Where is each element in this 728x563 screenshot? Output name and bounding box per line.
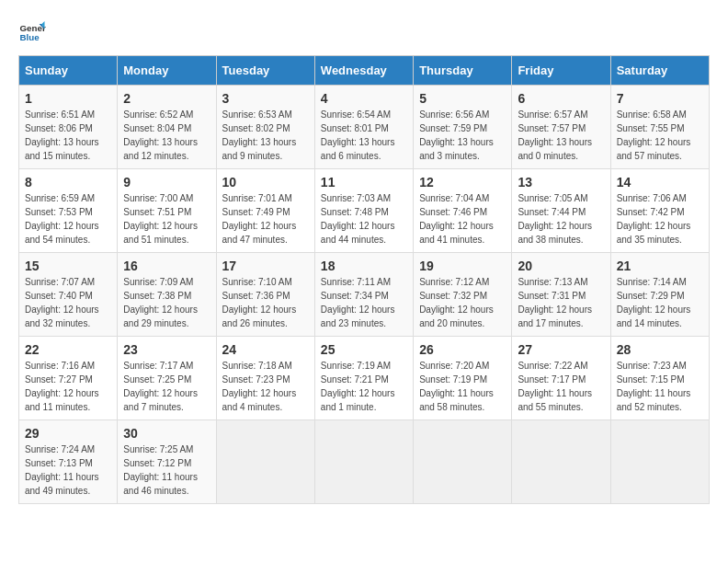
day-cell: 2Sunrise: 6:52 AM Sunset: 8:04 PM Daylig… bbox=[118, 86, 216, 169]
day-cell: 9Sunrise: 7:00 AM Sunset: 7:51 PM Daylig… bbox=[118, 169, 216, 253]
day-cell: 11Sunrise: 7:03 AM Sunset: 7:48 PM Dayli… bbox=[314, 169, 413, 253]
day-info: Sunrise: 7:13 AM Sunset: 7:31 PM Dayligh… bbox=[518, 275, 604, 330]
day-cell: 3Sunrise: 6:53 AM Sunset: 8:02 PM Daylig… bbox=[216, 86, 314, 169]
day-info: Sunrise: 7:17 AM Sunset: 7:25 PM Dayligh… bbox=[123, 359, 210, 414]
col-tuesday: Tuesday bbox=[216, 56, 314, 86]
day-number: 9 bbox=[123, 175, 210, 190]
day-info: Sunrise: 6:57 AM Sunset: 7:57 PM Dayligh… bbox=[518, 108, 604, 163]
day-number: 5 bbox=[419, 91, 506, 106]
day-cell: 25Sunrise: 7:19 AM Sunset: 7:21 PM Dayli… bbox=[314, 337, 413, 420]
day-number: 12 bbox=[419, 175, 506, 190]
calendar-table: Sunday Monday Tuesday Wednesday Thursday… bbox=[18, 55, 710, 504]
day-cell: 13Sunrise: 7:05 AM Sunset: 7:44 PM Dayli… bbox=[512, 169, 610, 253]
day-info: Sunrise: 7:07 AM Sunset: 7:40 PM Dayligh… bbox=[25, 275, 111, 330]
col-sunday: Sunday bbox=[19, 56, 118, 86]
day-info: Sunrise: 7:14 AM Sunset: 7:29 PM Dayligh… bbox=[617, 275, 703, 330]
day-info: Sunrise: 7:01 AM Sunset: 7:49 PM Dayligh… bbox=[222, 191, 309, 247]
day-number: 19 bbox=[419, 259, 506, 273]
col-saturday: Saturday bbox=[610, 56, 709, 86]
col-wednesday: Wednesday bbox=[314, 56, 413, 86]
svg-text:Blue: Blue bbox=[20, 32, 40, 42]
col-thursday: Thursday bbox=[414, 56, 512, 86]
day-cell: 14Sunrise: 7:06 AM Sunset: 7:42 PM Dayli… bbox=[610, 169, 709, 253]
day-info: Sunrise: 7:03 AM Sunset: 7:48 PM Dayligh… bbox=[321, 191, 407, 247]
day-number: 4 bbox=[321, 91, 407, 106]
day-cell: 5Sunrise: 6:56 AM Sunset: 7:59 PM Daylig… bbox=[414, 86, 512, 169]
day-info: Sunrise: 6:58 AM Sunset: 7:55 PM Dayligh… bbox=[617, 108, 703, 163]
day-cell: 19Sunrise: 7:12 AM Sunset: 7:32 PM Dayli… bbox=[414, 253, 512, 337]
day-info: Sunrise: 6:53 AM Sunset: 8:02 PM Dayligh… bbox=[222, 108, 309, 163]
day-info: Sunrise: 7:04 AM Sunset: 7:46 PM Dayligh… bbox=[419, 191, 506, 247]
day-cell: 20Sunrise: 7:13 AM Sunset: 7:31 PM Dayli… bbox=[512, 253, 610, 337]
day-info: Sunrise: 6:59 AM Sunset: 7:53 PM Dayligh… bbox=[25, 191, 111, 247]
day-cell: 28Sunrise: 7:23 AM Sunset: 7:15 PM Dayli… bbox=[610, 337, 709, 420]
day-number: 6 bbox=[518, 91, 604, 106]
day-info: Sunrise: 7:10 AM Sunset: 7:36 PM Dayligh… bbox=[222, 275, 309, 330]
day-info: Sunrise: 7:23 AM Sunset: 7:15 PM Dayligh… bbox=[617, 359, 703, 414]
day-cell: 26Sunrise: 7:20 AM Sunset: 7:19 PM Dayli… bbox=[414, 337, 512, 420]
day-number: 10 bbox=[222, 175, 309, 190]
day-info: Sunrise: 7:24 AM Sunset: 7:13 PM Dayligh… bbox=[25, 442, 111, 498]
day-number: 28 bbox=[617, 342, 703, 357]
calendar-row: 29Sunrise: 7:24 AM Sunset: 7:13 PM Dayli… bbox=[19, 420, 710, 504]
day-info: Sunrise: 7:25 AM Sunset: 7:12 PM Dayligh… bbox=[123, 442, 210, 498]
day-info: Sunrise: 6:56 AM Sunset: 7:59 PM Dayligh… bbox=[419, 108, 506, 163]
day-info: Sunrise: 7:11 AM Sunset: 7:34 PM Dayligh… bbox=[321, 275, 407, 330]
day-info: Sunrise: 7:20 AM Sunset: 7:19 PM Dayligh… bbox=[419, 359, 506, 414]
day-info: Sunrise: 6:51 AM Sunset: 8:06 PM Dayligh… bbox=[25, 108, 111, 163]
day-cell: 8Sunrise: 6:59 AM Sunset: 7:53 PM Daylig… bbox=[19, 169, 118, 253]
day-number: 26 bbox=[419, 342, 506, 357]
day-cell: 12Sunrise: 7:04 AM Sunset: 7:46 PM Dayli… bbox=[414, 169, 512, 253]
day-number: 30 bbox=[123, 426, 210, 441]
day-cell: 24Sunrise: 7:18 AM Sunset: 7:23 PM Dayli… bbox=[216, 337, 314, 420]
day-info: Sunrise: 7:22 AM Sunset: 7:17 PM Dayligh… bbox=[518, 359, 604, 414]
day-number: 2 bbox=[123, 91, 210, 106]
day-number: 23 bbox=[123, 342, 210, 357]
day-cell: 27Sunrise: 7:22 AM Sunset: 7:17 PM Dayli… bbox=[512, 337, 610, 420]
day-number: 18 bbox=[321, 259, 407, 273]
day-cell: 21Sunrise: 7:14 AM Sunset: 7:29 PM Dayli… bbox=[610, 253, 709, 337]
empty-cell bbox=[314, 420, 413, 504]
day-number: 20 bbox=[518, 259, 604, 273]
day-cell: 1Sunrise: 6:51 AM Sunset: 8:06 PM Daylig… bbox=[19, 86, 118, 169]
day-cell: 15Sunrise: 7:07 AM Sunset: 7:40 PM Dayli… bbox=[19, 253, 118, 337]
day-number: 21 bbox=[617, 259, 703, 273]
day-number: 29 bbox=[25, 426, 111, 441]
day-number: 22 bbox=[25, 342, 111, 357]
day-cell: 16Sunrise: 7:09 AM Sunset: 7:38 PM Dayli… bbox=[118, 253, 216, 337]
logo: General Blue bbox=[18, 18, 46, 46]
day-cell: 22Sunrise: 7:16 AM Sunset: 7:27 PM Dayli… bbox=[19, 337, 118, 420]
calendar-body: 1Sunrise: 6:51 AM Sunset: 8:06 PM Daylig… bbox=[19, 86, 710, 504]
day-number: 17 bbox=[222, 259, 309, 273]
day-cell: 6Sunrise: 6:57 AM Sunset: 7:57 PM Daylig… bbox=[512, 86, 610, 169]
day-number: 11 bbox=[321, 175, 407, 190]
empty-cell bbox=[610, 420, 709, 504]
day-info: Sunrise: 7:05 AM Sunset: 7:44 PM Dayligh… bbox=[518, 191, 604, 247]
day-info: Sunrise: 7:16 AM Sunset: 7:27 PM Dayligh… bbox=[25, 359, 111, 414]
day-cell: 29Sunrise: 7:24 AM Sunset: 7:13 PM Dayli… bbox=[19, 420, 118, 504]
day-number: 16 bbox=[123, 259, 210, 273]
day-info: Sunrise: 6:52 AM Sunset: 8:04 PM Dayligh… bbox=[123, 108, 210, 163]
day-number: 25 bbox=[321, 342, 407, 357]
day-info: Sunrise: 7:09 AM Sunset: 7:38 PM Dayligh… bbox=[123, 275, 210, 330]
logo-icon: General Blue bbox=[18, 18, 46, 46]
day-cell: 10Sunrise: 7:01 AM Sunset: 7:49 PM Dayli… bbox=[216, 169, 314, 253]
day-info: Sunrise: 7:00 AM Sunset: 7:51 PM Dayligh… bbox=[123, 191, 210, 247]
day-number: 1 bbox=[25, 91, 111, 106]
calendar-row: 8Sunrise: 6:59 AM Sunset: 7:53 PM Daylig… bbox=[19, 169, 710, 253]
day-cell: 7Sunrise: 6:58 AM Sunset: 7:55 PM Daylig… bbox=[610, 86, 709, 169]
calendar-row: 22Sunrise: 7:16 AM Sunset: 7:27 PM Dayli… bbox=[19, 337, 710, 420]
day-cell: 18Sunrise: 7:11 AM Sunset: 7:34 PM Dayli… bbox=[314, 253, 413, 337]
day-info: Sunrise: 7:12 AM Sunset: 7:32 PM Dayligh… bbox=[419, 275, 506, 330]
empty-cell bbox=[414, 420, 512, 504]
col-friday: Friday bbox=[512, 56, 610, 86]
day-info: Sunrise: 6:54 AM Sunset: 8:01 PM Dayligh… bbox=[321, 108, 407, 163]
day-info: Sunrise: 7:18 AM Sunset: 7:23 PM Dayligh… bbox=[222, 359, 309, 414]
day-number: 24 bbox=[222, 342, 309, 357]
day-cell: 23Sunrise: 7:17 AM Sunset: 7:25 PM Dayli… bbox=[118, 337, 216, 420]
day-number: 13 bbox=[518, 175, 604, 190]
day-cell: 17Sunrise: 7:10 AM Sunset: 7:36 PM Dayli… bbox=[216, 253, 314, 337]
day-number: 27 bbox=[518, 342, 604, 357]
header-row: Sunday Monday Tuesday Wednesday Thursday… bbox=[19, 56, 710, 86]
col-monday: Monday bbox=[118, 56, 216, 86]
